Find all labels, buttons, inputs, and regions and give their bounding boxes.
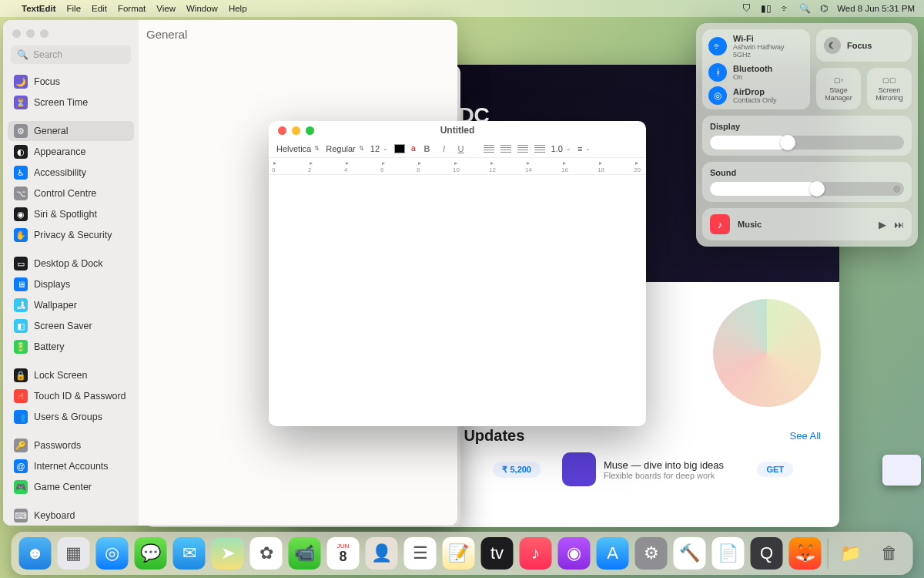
dock: ☻▦◎💬✉︎➤✿📹JUN8👤☰📝tv♪◉A⚙︎🔨📄Q🦊📁🗑 bbox=[12, 532, 913, 575]
sidebar-item-displays[interactable]: 🖥Displays bbox=[8, 274, 134, 294]
search-input[interactable]: 🔍Search bbox=[11, 45, 131, 64]
dock-maps[interactable]: ➤ bbox=[212, 537, 244, 570]
sidebar-item-accessibility[interactable]: ♿︎Accessibility bbox=[8, 163, 134, 183]
dock-trash[interactable]: 🗑 bbox=[873, 537, 906, 570]
sidebar-item-wallpaper[interactable]: 🏞Wallpaper bbox=[8, 295, 134, 315]
airplay-audio-icon[interactable]: ◎ bbox=[893, 183, 901, 193]
focus-toggle[interactable]: ☾Focus bbox=[816, 29, 912, 62]
align-right-button[interactable] bbox=[517, 145, 528, 153]
dock-facetime[interactable]: 📹 bbox=[289, 537, 321, 570]
align-center-button[interactable] bbox=[500, 145, 511, 153]
pref-icon: ◉ bbox=[14, 207, 28, 221]
dock-appstore[interactable]: A bbox=[597, 537, 629, 570]
screen-mirroring-toggle[interactable]: ▢▢Screen Mirroring bbox=[867, 68, 912, 109]
ruler[interactable]: ▸0▸2▸4▸6▸8▸10▸12▸14▸16▸18▸20 bbox=[269, 158, 646, 175]
bluetooth-icon: ᚼ bbox=[708, 63, 727, 82]
sidebar-item-internet-accounts[interactable]: @Internet Accounts bbox=[8, 456, 134, 476]
bluetooth-toggle[interactable]: ᚼ BluetoothOn bbox=[708, 63, 804, 82]
sidebar-item-keyboard[interactable]: ⌨︎Keyboard bbox=[8, 506, 134, 526]
menu-view[interactable]: View bbox=[156, 4, 176, 13]
app-item[interactable]: Muse — dive into big ideasFlexible board… bbox=[562, 452, 793, 486]
dock-photos[interactable]: ✿ bbox=[250, 537, 283, 570]
dock-reminders[interactable]: ☰ bbox=[404, 537, 437, 570]
dock-safari[interactable]: ◎ bbox=[96, 537, 129, 570]
dock-music[interactable]: ♪ bbox=[520, 537, 552, 570]
stage-manager-thumbnail[interactable] bbox=[882, 455, 921, 486]
wifi-toggle[interactable]: ᯤ Wi-FiAshwin Hathway 5GHz bbox=[708, 34, 804, 59]
sidebar-item-game-center[interactable]: 🎮Game Center bbox=[8, 477, 134, 497]
shield-icon[interactable]: ⛉ bbox=[742, 3, 752, 14]
sidebar-item-siri-spotlight[interactable]: ◉Siri & Spotlight bbox=[8, 204, 134, 224]
wifi-icon[interactable]: ᯤ bbox=[781, 3, 790, 14]
menu-edit[interactable]: Edit bbox=[92, 4, 107, 13]
dock-downloads[interactable]: 📁 bbox=[835, 537, 867, 570]
dock-textedit[interactable]: 📄 bbox=[712, 537, 745, 570]
dock-contacts[interactable]: 👤 bbox=[366, 537, 398, 570]
control-center-icon[interactable]: ⌬ bbox=[820, 3, 828, 14]
dock-messages[interactable]: 💬 bbox=[135, 537, 167, 570]
dock-mail[interactable]: ✉︎ bbox=[173, 537, 206, 570]
sidebar-item-screen-saver[interactable]: ◧Screen Saver bbox=[8, 316, 134, 336]
sidebar-item-passwords[interactable]: 🔑Passwords bbox=[8, 435, 134, 455]
pref-icon: 🔒 bbox=[14, 368, 28, 382]
stage-manager-toggle[interactable]: ▢▫Stage Manager bbox=[816, 68, 861, 109]
sound-slider[interactable]: Sound 🔈◎ bbox=[702, 162, 912, 202]
italic-button[interactable]: I bbox=[439, 144, 450, 153]
screen-mirroring-icon: ▢▢ bbox=[882, 76, 896, 84]
pref-icon: ⌨︎ bbox=[14, 509, 28, 523]
app-menu[interactable]: TextEdit bbox=[22, 4, 56, 13]
sidebar-item-control-centre[interactable]: ⌥Control Centre bbox=[8, 183, 134, 203]
dock-tv[interactable]: tv bbox=[481, 537, 514, 570]
pref-icon: ☝︎ bbox=[14, 389, 28, 403]
get-button[interactable]: GET bbox=[757, 462, 793, 477]
sidebar-item-focus[interactable]: 🌙Focus bbox=[8, 72, 134, 92]
dock-launchpad[interactable]: ▦ bbox=[58, 537, 90, 570]
text-color-button[interactable]: a bbox=[411, 144, 416, 153]
dock-firefox[interactable]: 🦊 bbox=[789, 537, 822, 570]
dock-podcasts[interactable]: ◉ bbox=[558, 537, 591, 570]
sidebar-item-users-groups[interactable]: 👥Users & Groups bbox=[8, 407, 134, 427]
dock-finder[interactable]: ☻ bbox=[19, 537, 52, 570]
get-button[interactable]: ₹ 5,200 bbox=[493, 462, 541, 478]
sidebar-item-privacy-security[interactable]: ✋Privacy & Security bbox=[8, 225, 134, 245]
sidebar-item-lock-screen[interactable]: 🔒Lock Screen bbox=[8, 365, 134, 385]
window-controls[interactable] bbox=[8, 26, 134, 45]
list-style-select[interactable]: ≡ ⌄ bbox=[578, 144, 591, 153]
sidebar-item-touch-id-password[interactable]: ☝︎Touch ID & Password bbox=[8, 386, 134, 406]
menu-window[interactable]: Window bbox=[186, 4, 218, 13]
airdrop-toggle[interactable]: ◎ AirDropContacts Only bbox=[708, 86, 804, 105]
spotlight-icon[interactable]: 🔍 bbox=[799, 3, 811, 14]
font-style-select[interactable]: Regular ⇅ bbox=[326, 144, 364, 153]
bold-button[interactable]: B bbox=[422, 144, 433, 153]
sidebar-item-screen-time[interactable]: ⏳Screen Time bbox=[8, 92, 134, 113]
settings-header: General bbox=[146, 28, 187, 41]
sidebar-item-appearance[interactable]: ◐Appearance bbox=[8, 142, 134, 162]
color-swatch[interactable] bbox=[394, 144, 405, 153]
font-family-select[interactable]: Helvetica ⇅ bbox=[276, 144, 320, 153]
dock-quicktime[interactable]: Q bbox=[751, 537, 783, 570]
pref-icon: ◧ bbox=[14, 319, 28, 333]
font-size-select[interactable]: 12 ⌄ bbox=[370, 144, 388, 153]
see-all-link[interactable]: See All bbox=[790, 430, 821, 442]
align-justify-button[interactable] bbox=[534, 145, 545, 153]
dock-calendar[interactable]: JUN8 bbox=[327, 537, 360, 570]
dock-settings[interactable]: ⚙︎ bbox=[635, 537, 668, 570]
sidebar-item-general[interactable]: ⚙︎General bbox=[8, 121, 134, 141]
feature-art bbox=[713, 299, 821, 407]
menu-help[interactable]: Help bbox=[229, 4, 247, 13]
menu-file[interactable]: File bbox=[67, 4, 82, 13]
menu-format[interactable]: Format bbox=[118, 4, 146, 13]
sidebar-item-desktop-dock[interactable]: ▭Desktop & Dock bbox=[8, 254, 134, 274]
menu-clock[interactable]: Wed 8 Jun 5:31 PM bbox=[837, 4, 915, 13]
dock-xcode[interactable]: 🔨 bbox=[674, 537, 706, 570]
line-spacing-select[interactable]: 1.0 ⌄ bbox=[551, 144, 571, 153]
next-button[interactable]: ⏭ bbox=[894, 219, 904, 230]
battery-icon[interactable]: ▮▯ bbox=[761, 3, 772, 14]
music-module[interactable]: ♪ Music ▶⏭ bbox=[702, 208, 912, 240]
display-slider[interactable]: Display ☀︎ bbox=[702, 116, 912, 156]
align-left-button[interactable] bbox=[484, 145, 494, 153]
sidebar-item-battery[interactable]: 🔋Battery bbox=[8, 337, 134, 357]
play-button[interactable]: ▶ bbox=[879, 219, 886, 230]
underline-button[interactable]: U bbox=[456, 144, 467, 153]
dock-notes[interactable]: 📝 bbox=[443, 537, 475, 570]
